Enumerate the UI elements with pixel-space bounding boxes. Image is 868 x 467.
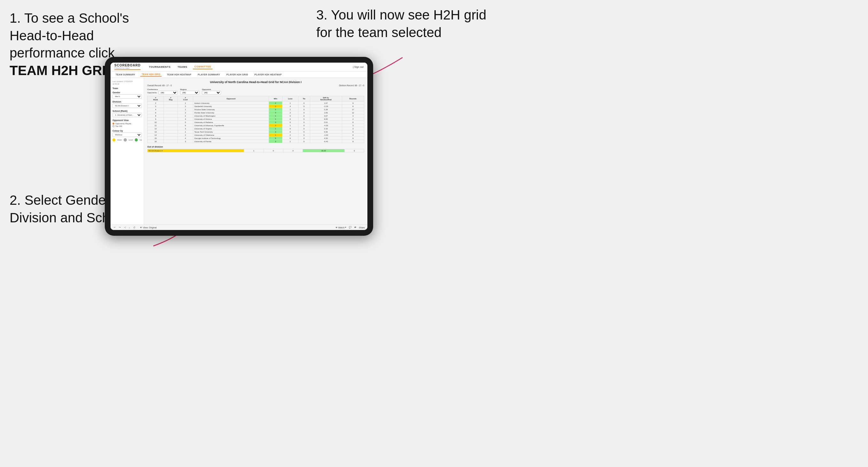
logo-text: SCOREBOARD: [114, 64, 141, 67]
table-row: 2 1 Auburn University 2 1 0 1.67 9: [148, 101, 364, 105]
sub-nav-team-h2h-grid[interactable]: TEAM H2H GRID: [140, 72, 162, 77]
cell-tie: 0: [298, 105, 310, 108]
cell-tie: 0: [298, 111, 310, 114]
nav-teams[interactable]: TEAMS: [176, 65, 189, 69]
tablet-screen: SCOREBOARD Powered by clippi TOURNAMENTS…: [111, 63, 367, 230]
cell-conf: 3: [178, 127, 193, 130]
cell-conf: 2: [178, 133, 193, 137]
sign-out[interactable]: | Sign out: [353, 65, 364, 68]
bottom-toolbar: ↩ ↪ ◁ ⌂ ⏱ 👁 View: Original 👁 Watch ▾ 💬 ⇄…: [111, 224, 367, 230]
cell-reg: [164, 101, 178, 105]
view-label: View: Original: [143, 226, 157, 229]
nav-tournaments[interactable]: TOURNAMENTS: [148, 65, 172, 69]
table-row: 14 2 University of Oklahoma 1 2 0 -1.00 …: [148, 133, 364, 137]
radio-opponents-played[interactable]: Opponents Played: [113, 123, 142, 125]
filter-conference: Conference Opponents: (All): [147, 89, 178, 95]
conference-select[interactable]: (All): [158, 91, 178, 95]
cell-opponent: University of Washington: [193, 114, 269, 118]
cell-loss: 0: [282, 114, 299, 118]
cell-diff: 3.67: [310, 114, 342, 118]
cell-rank: 12: [148, 127, 164, 130]
cell-reg: [164, 111, 178, 114]
cell-rank: 11: [148, 124, 164, 127]
back-btn[interactable]: ◁: [123, 226, 126, 229]
cell-rounds: 3: [342, 114, 364, 118]
logo-sub: Powered by clippi: [114, 67, 141, 69]
cell-opponent: Georgia Institute of Technology: [193, 137, 269, 140]
cell-rounds: 9: [342, 140, 364, 143]
school-label: School (Rank): [113, 110, 142, 112]
sub-nav-player-summary[interactable]: PLAYER SUMMARY: [196, 73, 221, 76]
sub-nav-player-h2h-grid[interactable]: PLAYER H2H GRID: [225, 73, 249, 76]
radio-top100[interactable]: Top 100: [113, 125, 142, 127]
table-row: 6 2 Florida State University 4 2 0 1.83 …: [148, 111, 364, 114]
cell-loss: 1: [282, 108, 299, 111]
cell-diff: 1.83: [310, 111, 342, 114]
toolbar-view[interactable]: 👁 View: Original: [140, 226, 157, 229]
nav-committee[interactable]: COMMITTEE: [193, 64, 212, 69]
cell-loss: 1: [282, 101, 299, 105]
opponent-view-label: Opponent View: [113, 119, 142, 121]
opponent-label: Opponent: [202, 89, 221, 90]
th-rank: #Rank: [148, 96, 164, 101]
watch-btn[interactable]: 👁 Watch ▾: [336, 226, 347, 229]
colour-dot-level: [124, 138, 126, 142]
annotation-1-bold: TEAM H2H GRID: [9, 63, 115, 78]
history-btn[interactable]: ⏱: [132, 226, 136, 229]
th-reg: #Reg: [164, 96, 178, 101]
last-updated: Last Updated: 27/03/2024 16:55:38: [113, 81, 142, 85]
cell-tie: 0: [298, 121, 310, 124]
gender-select[interactable]: Men's: [113, 94, 142, 99]
cell-opponent: University of Alabama: [193, 121, 269, 124]
ood-rounds: 3: [344, 149, 364, 152]
colour-by: Colour by Win/loss Down Level Up: [113, 130, 142, 142]
sub-nav-team-h2h-heatmap[interactable]: TEAM H2H HEATMAP: [165, 73, 193, 76]
opponent-select[interactable]: (All): [202, 91, 221, 95]
cell-win: 1: [269, 133, 282, 137]
cell-loss: 0: [282, 118, 299, 121]
th-win: Win: [269, 96, 282, 101]
cell-diff: -6.42: [310, 140, 342, 143]
cell-rounds: 9: [342, 101, 364, 105]
colour-by-select[interactable]: Win/loss: [113, 132, 142, 137]
ood-tie: 0: [283, 149, 303, 152]
table-row: 12 3 University of Virginia 1 0 0 2.33 3: [148, 127, 364, 130]
cell-win: 1: [269, 118, 282, 121]
cell-tie: 0: [298, 127, 310, 130]
annotation-3: 3. You will now see H2H grid for the tea…: [316, 6, 502, 41]
cell-win: 3: [269, 121, 282, 124]
cell-rank: 15: [148, 137, 164, 140]
table-row: 9 3 University of Arizona 1 0 0 9.00 2: [148, 118, 364, 121]
region-select[interactable]: (All): [180, 91, 199, 95]
home-btn[interactable]: ⌂: [128, 226, 131, 229]
cell-rank: 13: [148, 130, 164, 133]
cell-rounds: 3: [342, 124, 364, 127]
cell-rounds: 9: [342, 130, 364, 133]
cell-loss: 1: [282, 140, 299, 143]
cell-opponent: Florida State University: [193, 111, 269, 114]
cell-opponent: University of Florida: [193, 140, 269, 143]
comment-btn[interactable]: 💬: [349, 226, 352, 229]
cell-reg: [164, 133, 178, 137]
cell-win: 3: [269, 140, 282, 143]
cell-conf: 5: [178, 121, 193, 124]
school-select[interactable]: 1. University of Nort...: [113, 113, 142, 117]
ood-win: 1: [244, 149, 264, 152]
cell-rounds: 9: [342, 137, 364, 140]
cell-reg: [164, 124, 178, 127]
redo-btn[interactable]: ↪: [118, 226, 121, 229]
division-select[interactable]: NCAA Division I: [113, 103, 142, 108]
region-label: Region: [180, 89, 199, 90]
sub-nav-player-h2h-heatmap[interactable]: PLAYER H2H HEATMAP: [253, 73, 283, 76]
share-icon[interactable]: ⇄: [354, 226, 356, 229]
cell-loss: 2: [282, 133, 299, 137]
cell-reg: [164, 130, 178, 133]
share-btn[interactable]: Share: [359, 226, 365, 229]
sub-nav-team-summary[interactable]: TEAM SUMMARY: [114, 73, 136, 76]
cell-conf: 2: [178, 105, 193, 108]
nav-logo: SCOREBOARD Powered by clippi: [114, 64, 141, 70]
table-records: Overall Record: 89 - 17 - 0 Division Rec…: [147, 84, 364, 87]
ood-diff: 26.00: [303, 149, 344, 152]
undo-btn[interactable]: ↩: [113, 226, 116, 229]
cell-rounds: 17: [342, 108, 364, 111]
